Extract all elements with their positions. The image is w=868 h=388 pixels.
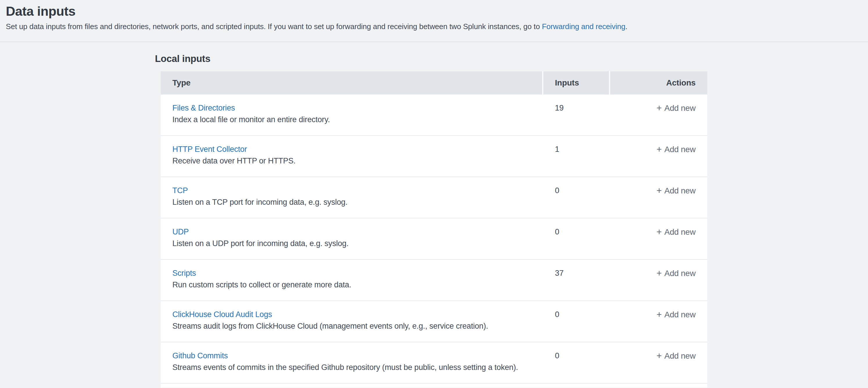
add-new-button[interactable]: +Add new xyxy=(657,143,695,155)
add-new-button[interactable]: +Add new xyxy=(657,102,695,114)
type-cell: TCP Listen on a TCP port for incoming da… xyxy=(161,177,543,218)
table-row: Scripts Run custom scripts to collect or… xyxy=(161,260,707,301)
page-title: Data inputs xyxy=(6,4,862,19)
input-type-link[interactable]: ClickHouse Cloud Audit Logs xyxy=(173,308,272,320)
plus-icon: + xyxy=(657,144,662,155)
inputs-count: 0 xyxy=(543,301,610,342)
plus-icon: + xyxy=(657,309,662,321)
table-row: Files & Directories Index a local file o… xyxy=(161,94,707,136)
add-new-label: Add new xyxy=(664,268,695,279)
page-header: Data inputs Set up data inputs from file… xyxy=(0,0,868,42)
add-new-label: Add new xyxy=(664,144,695,155)
page-subtitle-period: . xyxy=(625,22,627,31)
type-cell: Scripts Run custom scripts to collect or… xyxy=(161,260,543,300)
input-type-link[interactable]: Github Commits xyxy=(173,350,228,361)
table-body: Files & Directories Index a local file o… xyxy=(161,94,707,384)
table-row: UDP Listen on a UDP port for incoming da… xyxy=(161,218,707,260)
add-new-label: Add new xyxy=(664,185,695,197)
plus-icon: + xyxy=(657,268,662,279)
type-cell: Github Commits Streams events of commits… xyxy=(161,342,543,383)
actions-cell: +Add new xyxy=(610,94,707,135)
input-type-description: Streams events of commits in the specifi… xyxy=(173,361,532,373)
table-header-row: Type Inputs Actions xyxy=(161,71,707,94)
actions-cell: +Add new xyxy=(610,260,707,300)
input-type-description: Run custom scripts to collect or generat… xyxy=(173,279,532,291)
add-new-button[interactable]: +Add new xyxy=(657,308,695,321)
content-area: Local inputs Type Inputs Actions Files &… xyxy=(0,53,868,388)
type-cell: UDP Listen on a UDP port for incoming da… xyxy=(161,218,543,259)
add-new-label: Add new xyxy=(664,226,695,238)
input-type-description: Listen on a TCP port for incoming data, … xyxy=(173,196,532,208)
input-type-link[interactable]: HTTP Event Collector xyxy=(173,143,247,155)
type-cell: HTTP Event Collector Receive data over H… xyxy=(161,136,543,177)
add-new-button[interactable]: +Add new xyxy=(657,350,695,362)
add-new-label: Add new xyxy=(664,309,695,321)
section-title: Local inputs xyxy=(155,53,868,65)
table-row: TCP Listen on a TCP port for incoming da… xyxy=(161,177,707,218)
actions-cell: +Add new xyxy=(610,218,707,259)
add-new-button[interactable]: +Add new xyxy=(657,267,695,279)
add-new-button[interactable]: +Add new xyxy=(657,226,695,238)
actions-cell: +Add new xyxy=(610,177,707,218)
add-new-label: Add new xyxy=(664,102,695,114)
type-cell: Files & Directories Index a local file o… xyxy=(161,94,543,135)
table-row: ClickHouse Cloud Audit Logs Streams audi… xyxy=(161,301,707,342)
inputs-count: 19 xyxy=(543,94,610,135)
page-subtitle: Set up data inputs from files and direct… xyxy=(6,22,862,31)
input-type-link[interactable]: Files & Directories xyxy=(173,102,235,114)
input-type-description: Listen on a UDP port for incoming data, … xyxy=(173,238,532,249)
input-type-description: Streams audit logs from ClickHouse Cloud… xyxy=(173,320,532,332)
input-type-link[interactable]: UDP xyxy=(173,226,189,238)
inputs-count: 0 xyxy=(543,177,610,218)
inputs-count: 0 xyxy=(543,342,610,383)
table-partial-row xyxy=(161,384,707,388)
local-inputs-table: Type Inputs Actions Files & Directories … xyxy=(161,71,707,388)
plus-icon: + xyxy=(657,350,662,362)
forwarding-and-receiving-link[interactable]: Forwarding and receiving xyxy=(542,22,625,31)
table-row: HTTP Event Collector Receive data over H… xyxy=(161,136,707,177)
inputs-count: 1 xyxy=(543,136,610,177)
plus-icon: + xyxy=(657,226,662,238)
input-type-description: Receive data over HTTP or HTTPS. xyxy=(173,155,532,167)
input-type-link[interactable]: Scripts xyxy=(173,267,196,279)
input-type-link[interactable]: TCP xyxy=(173,185,188,196)
column-header-type: Type xyxy=(161,71,542,94)
actions-cell: +Add new xyxy=(610,136,707,177)
plus-icon: + xyxy=(657,185,662,197)
page-subtitle-text: Set up data inputs from files and direct… xyxy=(6,22,542,31)
type-cell: ClickHouse Cloud Audit Logs Streams audi… xyxy=(161,301,543,342)
inputs-count: 0 xyxy=(543,218,610,259)
add-new-label: Add new xyxy=(664,350,695,362)
column-header-actions: Actions xyxy=(609,71,707,94)
input-type-description: Index a local file or monitor an entire … xyxy=(173,114,532,125)
column-header-inputs: Inputs xyxy=(542,71,609,94)
inputs-count: 37 xyxy=(543,260,610,300)
table-row: Github Commits Streams events of commits… xyxy=(161,342,707,384)
add-new-button[interactable]: +Add new xyxy=(657,185,695,197)
actions-cell: +Add new xyxy=(610,301,707,342)
plus-icon: + xyxy=(657,102,662,114)
actions-cell: +Add new xyxy=(610,342,707,383)
